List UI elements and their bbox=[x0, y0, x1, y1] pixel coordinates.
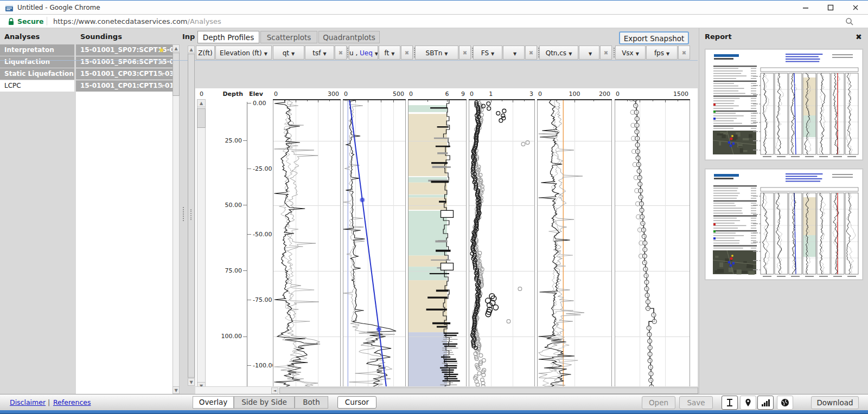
column-header-unit[interactable]: ▼ bbox=[579, 46, 599, 60]
soundings-scroll-down-icon[interactable]: ▼ bbox=[173, 386, 180, 394]
depth-tick-label: 100.00 bbox=[208, 333, 242, 340]
profile-panel-vsx[interactable] bbox=[615, 99, 690, 400]
profile-panel-sbtn[interactable] bbox=[408, 99, 467, 400]
axis-tick-label: 9 bbox=[408, 90, 465, 98]
column-header-ft[interactable]: ft▼ bbox=[379, 46, 400, 60]
column-header-z-ft-[interactable]: Z(ft) bbox=[196, 46, 215, 60]
disclaimer-link[interactable]: Disclaimer bbox=[10, 398, 46, 406]
column-drag-handle[interactable] bbox=[347, 48, 348, 57]
panel-splitter[interactable] bbox=[180, 28, 187, 394]
close-column-icon[interactable]: ✖ bbox=[600, 46, 612, 60]
z-scroll-thumb[interactable] bbox=[197, 108, 206, 128]
column-drag-handle[interactable] bbox=[614, 48, 615, 57]
view-button-both[interactable]: Both bbox=[295, 396, 328, 409]
axis-tick-label: 500 bbox=[343, 90, 404, 98]
depth-tick-label: 75.00 bbox=[208, 267, 242, 274]
column-header-fs[interactable]: FS▼ bbox=[473, 46, 502, 60]
view-button-overlay[interactable]: Overlay bbox=[193, 396, 234, 409]
close-window-button[interactable] bbox=[843, 1, 868, 15]
dropdown-arrow-icon[interactable]: ▼ bbox=[569, 51, 572, 56]
open-button[interactable]: Open bbox=[642, 396, 675, 409]
view-button-side-by-side[interactable]: Side by Side bbox=[234, 396, 295, 409]
plot-horizontal-scrollbar[interactable]: ◄ ► bbox=[195, 386, 698, 394]
dropdown-arrow-icon[interactable]: ▼ bbox=[444, 51, 448, 56]
elev-tick-label: 0.00 bbox=[253, 100, 266, 107]
text-tool-button[interactable] bbox=[722, 396, 738, 410]
zoom-page-icon[interactable] bbox=[845, 17, 854, 26]
elev-axis-label: Elev bbox=[249, 90, 263, 98]
tab-scatterplots[interactable]: Scatterplots bbox=[260, 31, 317, 43]
bar-chart-button[interactable] bbox=[757, 396, 774, 410]
column-header-elevation-ft-[interactable]: Elevation (ft)▼ bbox=[215, 46, 272, 60]
elev-tick-mark bbox=[247, 365, 251, 366]
dropdown-arrow-icon[interactable]: ▼ bbox=[375, 51, 378, 56]
column-header-sbtn[interactable]: SBTn▼ bbox=[415, 46, 458, 60]
column-header-tsf[interactable]: tsf▼ bbox=[305, 46, 334, 60]
soundings-header: Soundings bbox=[80, 33, 122, 41]
dropdown-arrow-icon[interactable]: ▼ bbox=[323, 51, 327, 56]
column-header-row: Z(ft)Elevation (ft)▼qt▼tsf▼✖u , Ueq▼ft▼✖… bbox=[0, 46, 698, 61]
references-link[interactable]: References bbox=[53, 398, 91, 406]
close-column-icon[interactable]: ✖ bbox=[459, 46, 471, 60]
location-pin-button[interactable] bbox=[740, 396, 756, 410]
minimize-button[interactable] bbox=[793, 1, 818, 15]
save-button[interactable]: Save bbox=[679, 396, 713, 409]
z-scrollbar[interactable] bbox=[197, 99, 206, 390]
elev-tick-mark bbox=[247, 103, 251, 104]
plot-scroll-down-icon[interactable]: ▼ bbox=[188, 378, 195, 386]
report-close-icon[interactable]: ✖ bbox=[856, 33, 862, 41]
globe-icon bbox=[781, 398, 789, 407]
app-area: Analyses InterpretatonLiquefactionStatic… bbox=[0, 28, 868, 394]
cursor-button[interactable]: Cursor bbox=[337, 396, 376, 409]
soundings-scrollbar[interactable] bbox=[173, 44, 180, 394]
dropdown-arrow-icon[interactable]: ▼ bbox=[291, 51, 295, 56]
report-thumbnail[interactable] bbox=[705, 49, 863, 160]
tab-depth-profiles[interactable]: Depth Profiles bbox=[197, 31, 259, 43]
analyses-item[interactable]: LCPC bbox=[0, 80, 74, 92]
depth-tick-mark bbox=[243, 140, 247, 141]
column-header-unit[interactable]: ▼ bbox=[503, 46, 525, 60]
url-divider bbox=[47, 17, 47, 25]
dropdown-arrow-icon[interactable]: ▼ bbox=[513, 51, 516, 56]
dropdown-arrow-icon[interactable]: ▼ bbox=[589, 51, 592, 56]
z-scroll-up-icon[interactable]: ▲ bbox=[197, 99, 206, 107]
report-thumbnail[interactable] bbox=[705, 169, 863, 280]
url-text[interactable]: https://www.conetecdataservices.com/Anal… bbox=[53, 17, 221, 25]
dropdown-arrow-icon[interactable]: ▼ bbox=[636, 51, 639, 56]
depth-profiles-chart: 0▲▼330DepthElev25.0050.0075.00100.00125.… bbox=[195, 88, 698, 414]
analyses-item[interactable]: Static Liquefaction bbox=[0, 68, 74, 80]
close-column-icon[interactable]: ✖ bbox=[678, 46, 690, 60]
close-column-icon[interactable]: ✖ bbox=[401, 46, 413, 60]
close-column-icon[interactable]: ✖ bbox=[335, 46, 347, 60]
sounding-item[interactable]: 15-01001_CP01:CPT15-01★ bbox=[76, 80, 173, 92]
export-snapshot-button[interactable]: Export Snapshot bbox=[619, 31, 689, 44]
dropdown-arrow-icon[interactable]: ▼ bbox=[264, 51, 267, 56]
depth-tick-label: 25.00 bbox=[208, 137, 242, 144]
profile-panel-u_ueq[interactable] bbox=[343, 99, 406, 400]
sounding-item[interactable]: 15-01001_CP03:CPT15-03★ bbox=[76, 68, 173, 80]
profile-panel-qtn_cs[interactable] bbox=[537, 99, 612, 400]
column-header-fps[interactable]: fps▼ bbox=[646, 46, 678, 60]
profile-panel-qt[interactable] bbox=[273, 99, 341, 400]
column-header-u-ueq[interactable]: u , Ueq▼ bbox=[349, 46, 378, 60]
dropdown-arrow-icon[interactable]: ▼ bbox=[666, 51, 669, 56]
profile-panel-fs[interactable] bbox=[469, 99, 535, 400]
close-column-icon[interactable]: ✖ bbox=[525, 46, 537, 60]
dropdown-arrow-icon[interactable]: ▼ bbox=[391, 51, 394, 56]
download-button[interactable]: Download bbox=[811, 396, 859, 409]
plot-scroll-up-icon[interactable]: ▲ bbox=[188, 46, 195, 53]
security-label[interactable]: Secure bbox=[17, 17, 43, 25]
star-icon[interactable]: ★ bbox=[158, 80, 165, 92]
maximize-button[interactable] bbox=[818, 1, 843, 15]
plot-scroll-left-icon[interactable]: ◄ bbox=[271, 387, 278, 394]
plot-scroll-thumb[interactable] bbox=[188, 54, 195, 378]
globe-button[interactable] bbox=[777, 396, 793, 410]
column-header-qtn-cs[interactable]: Qtn,cs▼ bbox=[539, 46, 578, 60]
z-scroll-top-label: 0 bbox=[197, 90, 206, 98]
plot-hscroll-thumb[interactable] bbox=[279, 387, 698, 394]
column-header-vsx[interactable]: Vsx▼ bbox=[615, 46, 646, 60]
tab-quadrantplots[interactable]: Quadrantplots bbox=[318, 31, 380, 43]
star-icon[interactable]: ★ bbox=[158, 68, 165, 80]
column-header-qt[interactable]: qt▼ bbox=[273, 46, 304, 60]
dropdown-arrow-icon[interactable]: ▼ bbox=[491, 51, 494, 56]
